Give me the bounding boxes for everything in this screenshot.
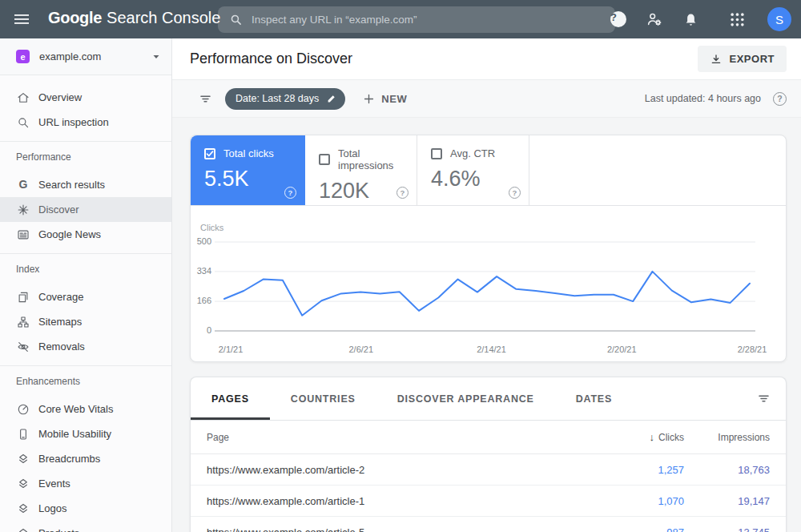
sidebar-nav: OverviewURL inspectionPerformanceGSearch… <box>0 75 171 532</box>
page-header: Performance on Discover EXPORT <box>172 38 801 80</box>
page-url[interactable]: https://www.example.com/article-1 <box>207 495 588 507</box>
help-icon[interactable]: ? <box>396 187 409 199</box>
date-filter-chip[interactable]: Date: Last 28 days <box>225 88 345 110</box>
performance-chart-card: Total clicks 5.5K ? Total impressions 12… <box>190 135 787 362</box>
sidebar-item-removals[interactable]: Removals <box>0 334 171 359</box>
y-axis-tick: 334 <box>191 266 211 276</box>
export-button[interactable]: EXPORT <box>698 46 787 72</box>
app-logo[interactable]: GoogleSearch Console <box>48 9 220 27</box>
filter-icon[interactable] <box>198 91 213 107</box>
tab-discover-appearance[interactable]: DISCOVER APPEARANCE <box>376 377 555 420</box>
filter-bar: Date: Last 28 days NEW Last updated: 4 h… <box>172 80 801 118</box>
metric-tile-total-impressions[interactable]: Total impressions 120K ? <box>305 135 417 205</box>
column-header-page[interactable]: Page <box>207 432 588 443</box>
checkbox-unchecked-icon[interactable] <box>319 154 330 165</box>
sidebar-item-url-inspection[interactable]: URL inspection <box>0 110 171 135</box>
table-row[interactable]: https://www.example.com/article-598713,7… <box>191 517 786 532</box>
sidebar-item-core-web-vitals[interactable]: Core Web Vitals <box>0 397 171 421</box>
y-axis-tick: 500 <box>191 236 211 246</box>
checkbox-checked-icon[interactable] <box>204 148 215 159</box>
sidebar-item-label: Overview <box>38 91 82 103</box>
clicks-line-chart[interactable]: Clicks 01663345002/1/212/6/212/14/212/20… <box>191 206 786 361</box>
structured-icon <box>16 526 30 532</box>
column-header-clicks[interactable]: ↓ Clicks <box>588 431 684 443</box>
help-icon[interactable]: ? <box>509 187 521 199</box>
help-icon[interactable]: ? <box>610 11 626 27</box>
manage-users-icon[interactable] <box>646 10 663 28</box>
search-icon <box>229 13 243 26</box>
sidebar-item-coverage[interactable]: Coverage <box>0 284 171 309</box>
sidebar-item-discover[interactable]: Discover <box>0 197 171 222</box>
column-header-impressions[interactable]: Impressions <box>684 432 786 443</box>
sidebar-item-sitemaps[interactable]: Sitemaps <box>0 309 171 334</box>
sidebar-item-label: Google News <box>38 228 101 240</box>
structured-icon <box>16 502 30 516</box>
sidebar-item-label: Breadcrumbs <box>38 453 100 465</box>
metric-tile-avg-ctr[interactable]: Avg. CTR 4.6% ? <box>417 135 529 205</box>
menu-icon[interactable] <box>14 11 30 27</box>
vitals-icon <box>16 402 30 417</box>
notifications-icon[interactable] <box>682 11 699 28</box>
logo-product: Search Console <box>107 9 220 26</box>
x-axis-tick: 2/28/21 <box>738 345 767 354</box>
metric-tile-total-clicks[interactable]: Total clicks 5.5K ? <box>191 135 305 205</box>
impressions-value: 18,763 <box>684 464 786 476</box>
impressions-value: 13,745 <box>684 526 786 532</box>
help-icon[interactable]: ? <box>284 187 296 199</box>
search-icon <box>16 115 30 130</box>
sidebar-item-mobile-usability[interactable]: Mobile Usability <box>0 421 171 446</box>
download-icon <box>710 53 723 66</box>
table-tabs: PAGESCOUNTRIESDISCOVER APPEARANCEDATES <box>191 377 786 421</box>
coverage-icon <box>16 290 30 304</box>
property-selector[interactable]: e example.com <box>0 38 171 75</box>
page-title: Performance on Discover <box>190 50 352 67</box>
checkbox-unchecked-icon[interactable] <box>431 148 442 159</box>
y-axis-tick: 0 <box>191 325 211 335</box>
table-filter-icon[interactable] <box>756 391 771 406</box>
g-icon: G <box>16 178 30 192</box>
search-placeholder: Inspect any URL in “example.com” <box>252 14 417 26</box>
sidebar-item-logos[interactable]: Logos <box>0 496 171 521</box>
sidebar-item-events[interactable]: Events <box>0 471 171 496</box>
sidebar-item-google-news[interactable]: Google News <box>0 222 171 247</box>
logo-google: Google <box>48 9 102 26</box>
sidebar-item-label: Products <box>38 527 79 532</box>
export-label: EXPORT <box>730 53 775 65</box>
structured-icon <box>16 477 30 491</box>
tab-pages[interactable]: PAGES <box>191 377 270 420</box>
help-icon[interactable]: ? <box>773 92 787 106</box>
tab-dates[interactable]: DATES <box>555 377 633 420</box>
sidebar-item-label: Sitemaps <box>38 316 82 328</box>
table-row[interactable]: https://www.example.com/article-21,25718… <box>191 454 786 486</box>
metric-tiles: Total clicks 5.5K ? Total impressions 12… <box>191 135 786 206</box>
sidebar: e example.com OverviewURL inspectionPerf… <box>0 38 172 532</box>
sidebar-item-overview[interactable]: Overview <box>0 85 171 110</box>
apps-grid-icon[interactable] <box>730 12 745 27</box>
plus-icon <box>362 92 376 106</box>
tab-countries[interactable]: COUNTRIES <box>270 377 376 420</box>
clicks-value: 1,257 <box>588 464 684 476</box>
sidebar-section-label: Index <box>0 254 171 284</box>
new-filter-button[interactable]: NEW <box>362 92 407 106</box>
performance-table-card: PAGESCOUNTRIESDISCOVER APPEARANCEDATES P… <box>190 377 787 532</box>
metric-label: Total clicks <box>223 147 274 159</box>
sidebar-item-label: Logos <box>38 502 66 514</box>
page-url[interactable]: https://www.example.com/article-5 <box>207 526 588 532</box>
chevron-down-icon <box>152 53 160 61</box>
tile-filler <box>529 135 786 205</box>
sidebar-item-label: Discover <box>38 204 79 216</box>
url-inspect-search-input[interactable]: Inspect any URL in “example.com” <box>218 6 615 33</box>
user-avatar[interactable]: S <box>767 7 791 31</box>
x-axis-tick: 2/6/21 <box>348 345 373 354</box>
sidebar-item-products[interactable]: Products <box>0 521 171 532</box>
edit-icon <box>326 93 337 104</box>
sidebar-item-search-results[interactable]: GSearch results <box>0 172 171 197</box>
sidebar-item-breadcrumbs[interactable]: Breadcrumbs <box>0 446 171 471</box>
removals-icon <box>16 340 30 354</box>
line-chart-plot <box>215 238 755 334</box>
sitemaps-icon <box>16 315 30 329</box>
page-url[interactable]: https://www.example.com/article-2 <box>207 464 588 476</box>
impressions-value: 19,147 <box>684 495 786 507</box>
table-row[interactable]: https://www.example.com/article-11,07019… <box>191 486 786 517</box>
sidebar-section-label: Performance <box>0 142 171 172</box>
